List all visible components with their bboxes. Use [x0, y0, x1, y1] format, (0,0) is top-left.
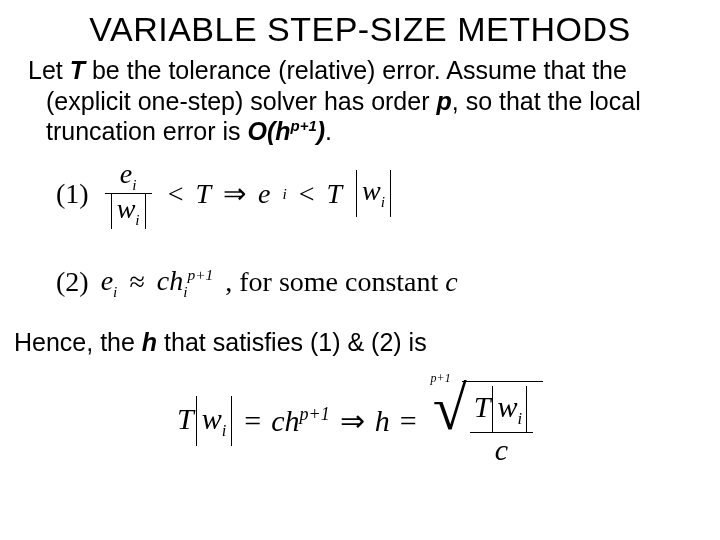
eq-number-1: (1) — [56, 178, 89, 210]
root-expression: p+1 √ Twi c — [431, 375, 543, 466]
var-h: h — [375, 404, 390, 437]
final-equation: Twi = chp+1 ⇒ h = p+1 √ Twi c — [0, 357, 720, 466]
var-T: T — [195, 178, 211, 210]
fraction-Twi-over-c: Twi c — [470, 386, 533, 466]
var-T: T — [177, 402, 194, 435]
abs-wi: wi — [111, 194, 146, 229]
abs-wi: wi — [196, 396, 233, 446]
var-T: T — [327, 178, 343, 210]
var-c: c — [445, 266, 457, 297]
slide-title: VARIABLE STEP-SIZE METHODS — [0, 0, 720, 55]
var-c: c — [271, 404, 284, 437]
slide: VARIABLE STEP-SIZE METHODS Let T be the … — [0, 0, 720, 540]
var-e: e — [258, 178, 270, 210]
implies-arrow: ⇒ — [223, 177, 246, 210]
var-h: h — [285, 404, 300, 437]
tail-text: , for some constant c — [225, 266, 458, 298]
exp-p-plus-1: p+1 — [300, 404, 330, 424]
less-than: < — [168, 178, 184, 210]
equals-sign: = — [244, 404, 261, 438]
close-paren: ) — [317, 117, 325, 145]
sub-i: i — [113, 282, 117, 299]
implies-arrow: ⇒ — [340, 403, 365, 438]
var-w: w — [117, 193, 136, 224]
intro-paragraph: Let T be the tolerance (relative) error.… — [32, 55, 720, 147]
abs-wi: wi — [356, 170, 391, 217]
sub-i: i — [517, 409, 522, 428]
less-than: < — [299, 178, 315, 210]
radical-sign: √ — [433, 377, 467, 468]
exp-p-plus-1: p+1 — [187, 265, 213, 282]
fraction-ei-over-wi: ei wi — [105, 159, 152, 229]
sub-i: i — [183, 282, 187, 299]
sub-i: i — [135, 211, 139, 228]
var-e: e — [101, 265, 113, 296]
equation-1: (1) ei wi < T ⇒ ei < Twi — [0, 147, 720, 229]
sub-i: i — [132, 175, 136, 192]
var-w: w — [202, 402, 222, 435]
text: , for some constant — [225, 266, 445, 297]
var-w: w — [362, 175, 381, 206]
var-c: c — [495, 433, 508, 466]
var-T: T — [70, 56, 85, 84]
var-h: h — [169, 265, 183, 296]
big-O: O(h — [247, 117, 290, 145]
equals-sign: = — [400, 404, 417, 438]
equation-2: (2) ei ≈ chip+1 , for some constant c — [0, 229, 720, 301]
period: . — [325, 117, 332, 145]
eq-number-2: (2) — [56, 266, 89, 298]
var-h: h — [142, 328, 157, 356]
var-T: T — [474, 390, 491, 423]
sub-i: i — [282, 185, 286, 203]
var-w: w — [497, 390, 517, 423]
hence-line: Hence, the h that satisfies (1) & (2) is — [0, 300, 720, 357]
var-c: c — [157, 265, 169, 296]
var-p: p — [436, 87, 451, 115]
exp-p-plus-1: p+1 — [291, 117, 317, 134]
sub-i: i — [222, 421, 227, 440]
var-e: e — [120, 158, 132, 189]
text: Let — [28, 56, 70, 84]
text: that satisfies (1) & (2) is — [157, 328, 427, 356]
text: Hence, the — [14, 328, 142, 356]
abs-wi: wi — [492, 386, 527, 432]
sub-i: i — [381, 193, 385, 210]
approx-sign: ≈ — [129, 266, 144, 298]
